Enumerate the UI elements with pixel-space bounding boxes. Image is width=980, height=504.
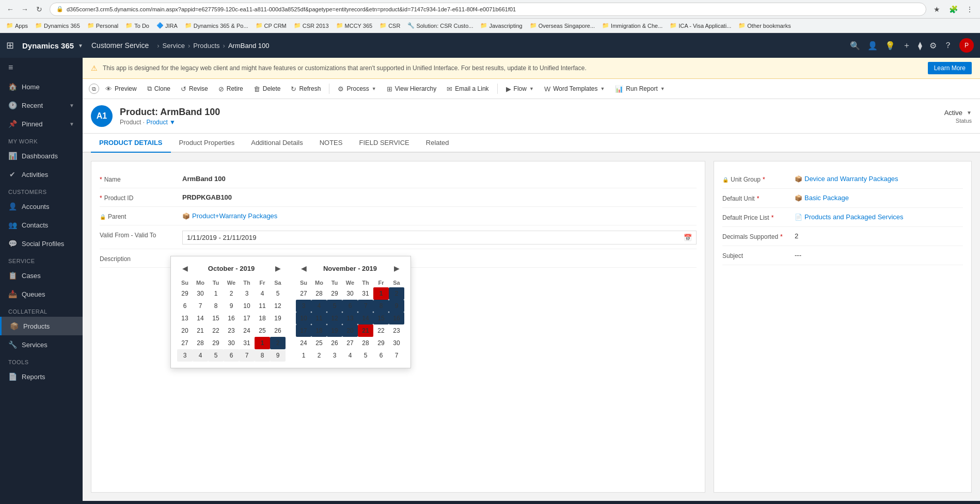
oct-day[interactable]: 20: [177, 324, 193, 337]
oct-day[interactable]: 21: [193, 324, 208, 337]
tab-related[interactable]: Related: [418, 134, 457, 153]
extensions-button[interactable]: 🧩: [947, 3, 959, 15]
oct-day[interactable]: 2: [224, 287, 239, 300]
sidebar-item-accounts[interactable]: 👤 Accounts: [0, 197, 83, 216]
oct-day[interactable]: 3: [239, 287, 255, 300]
oct-day[interactable]: 23: [224, 324, 239, 337]
contacts-icon[interactable]: 👤: [867, 41, 878, 51]
forward-button[interactable]: →: [19, 3, 31, 15]
nov-day-range[interactable]: 10: [296, 312, 311, 324]
oct-day-dimmed[interactable]: 9: [270, 349, 286, 362]
word-templates-button[interactable]: W Word Templates ▼: [540, 83, 609, 95]
nov-day[interactable]: 29: [327, 287, 342, 300]
sidebar-item-dashboards[interactable]: 📊 Dashboards: [0, 147, 83, 165]
nov-day-range[interactable]: 2: [389, 287, 404, 300]
nov-day-range[interactable]: 15: [373, 312, 389, 324]
breadcrumb-products[interactable]: Products: [193, 42, 219, 50]
valid-dates-value[interactable]: 1/11/2019 - 21/11/2019 📅: [182, 230, 697, 245]
nov-day-range[interactable]: 13: [342, 312, 358, 324]
tab-product-details[interactable]: PRODUCT DETAILS: [91, 134, 171, 153]
toolbar-history-icon[interactable]: ⧉: [89, 84, 99, 94]
nov-day[interactable]: 7: [389, 349, 404, 362]
record-status-chevron-icon[interactable]: ▼: [967, 110, 972, 116]
nov-day-range[interactable]: 6: [342, 300, 358, 312]
oct-day[interactable]: 17: [239, 312, 255, 324]
oct-day[interactable]: 29: [177, 287, 193, 300]
nov-day-range[interactable]: 9: [389, 300, 404, 312]
bookmark-jira[interactable]: 🔷 JIRA: [154, 21, 180, 30]
retire-button[interactable]: ⊘ Retire: [214, 83, 247, 95]
oct-day-dimmed[interactable]: 4: [193, 349, 208, 362]
october-next-button[interactable]: ▶: [272, 263, 283, 274]
oct-day[interactable]: 6: [177, 300, 193, 312]
menu-button[interactable]: ⋮: [963, 3, 976, 15]
nov-day-range[interactable]: 16: [389, 312, 404, 324]
sidebar-item-activities[interactable]: ✔ Activities: [0, 165, 83, 184]
oct-day-dimmed[interactable]: 3: [177, 349, 193, 362]
nov-day-range[interactable]: 19: [327, 324, 342, 337]
nov-day-range[interactable]: 17: [296, 324, 311, 337]
nov-day[interactable]: 23: [389, 324, 404, 337]
view-hierarchy-button[interactable]: ⊞ View Hierarchy: [383, 83, 440, 95]
user-avatar[interactable]: P: [959, 38, 974, 53]
oct-day[interactable]: 28: [193, 337, 208, 349]
oct-day[interactable]: 15: [208, 312, 224, 324]
nov-day[interactable]: 31: [358, 287, 373, 300]
bookmark-personal[interactable]: 📁 Personal: [85, 21, 120, 30]
tab-product-properties[interactable]: Product Properties: [171, 134, 243, 153]
nov-day[interactable]: 5: [358, 349, 373, 362]
oct-day[interactable]: 18: [255, 312, 270, 324]
oct-day[interactable]: 19: [270, 312, 286, 324]
nov-day[interactable]: 4: [342, 349, 358, 362]
filter-icon[interactable]: ⧫: [918, 41, 922, 51]
oct-day[interactable]: 13: [177, 312, 193, 324]
bookmark-solution[interactable]: 🔧 Solution: CSR Custo...: [405, 21, 475, 30]
nov-day-range[interactable]: 5: [327, 300, 342, 312]
nov-day-range[interactable]: 11: [311, 312, 327, 324]
oct-day-dimmed[interactable]: 5: [208, 349, 224, 362]
sidebar-item-recent[interactable]: 🕐 Recent ▼: [0, 96, 83, 115]
sidebar-item-social-profiles[interactable]: 💬 Social Profiles: [0, 234, 83, 253]
bookmark-csr[interactable]: 📁 CSR: [377, 21, 402, 30]
bookmark-d365po[interactable]: 📁 Dynamics 365 & Po...: [183, 21, 250, 30]
parent-link[interactable]: 📦 Product+Warranty Packages: [182, 212, 697, 220]
oct-day[interactable]: 22: [208, 324, 224, 337]
oct-day[interactable]: 8: [208, 300, 224, 312]
nov-day[interactable]: 6: [373, 349, 389, 362]
run-report-button[interactable]: 📊 Run Report ▼: [611, 83, 669, 95]
oct-day[interactable]: 31: [239, 337, 255, 349]
nov-day[interactable]: 28: [358, 337, 373, 349]
sidebar-item-services[interactable]: 🔧 Services: [0, 335, 83, 354]
oct-day[interactable]: 26: [270, 324, 286, 337]
tab-field-service[interactable]: FIELD SERVICE: [351, 134, 417, 153]
settings-icon[interactable]: ⚙: [929, 41, 937, 51]
oct-day[interactable]: 11: [255, 300, 270, 312]
oct-day[interactable]: 27: [177, 337, 193, 349]
bookmark-apps[interactable]: 📁 Apps: [4, 21, 30, 30]
unit-group-link[interactable]: 📦 Device and Warranty Packages: [795, 175, 963, 183]
revise-button[interactable]: ↺ Revise: [177, 83, 212, 95]
nov-day-range[interactable]: 20: [342, 324, 358, 337]
october-prev-button[interactable]: ◀: [179, 263, 191, 274]
process-button[interactable]: ⚙ Process ▼: [334, 83, 380, 95]
nov-day-range[interactable]: 12: [327, 312, 342, 324]
grid-icon[interactable]: ⊞: [6, 40, 14, 51]
oct-day[interactable]: 14: [193, 312, 208, 324]
breadcrumb-service[interactable]: Service: [163, 42, 185, 50]
nov-day-selected-end[interactable]: 21: [358, 324, 373, 337]
oct-day[interactable]: 30: [224, 337, 239, 349]
november-next-button[interactable]: ▶: [391, 263, 402, 274]
oct-day[interactable]: 5: [270, 287, 286, 300]
nov-day[interactable]: 28: [311, 287, 327, 300]
oct-day[interactable]: 9: [224, 300, 239, 312]
default-price-list-link[interactable]: 📄 Products and Packaged Services: [795, 213, 963, 221]
sidebar-item-cases[interactable]: 📋 Cases: [0, 266, 83, 285]
oct-day[interactable]: 1: [208, 287, 224, 300]
oct-day-dimmed[interactable]: 6: [224, 349, 239, 362]
bookmark-js[interactable]: 📁 Javascripting: [478, 21, 524, 30]
sidebar-item-reports[interactable]: 📄 Reports: [0, 367, 83, 386]
oct-day[interactable]: 16: [224, 312, 239, 324]
oct-day[interactable]: 12: [270, 300, 286, 312]
nov-day[interactable]: 1: [296, 349, 311, 362]
learn-more-button[interactable]: Learn More: [928, 62, 972, 74]
